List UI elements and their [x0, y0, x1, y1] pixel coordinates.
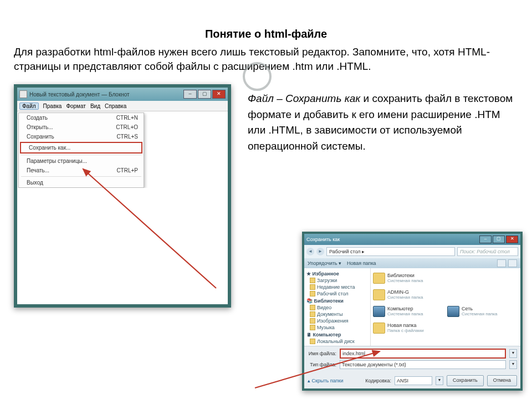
- sidebar-item-desktop[interactable]: Рабочий стол: [305, 290, 369, 297]
- dialog-minimize[interactable]: –: [479, 236, 492, 243]
- menu-item-page-setup[interactable]: Параметры страницы...: [19, 156, 144, 166]
- dialog-close[interactable]: ✕: [506, 236, 518, 243]
- dialog-footer: ▴ Скрыть папки Кодировка: ANSI ▼ Сохрани…: [304, 373, 520, 388]
- dialog-maximize[interactable]: ▢: [493, 236, 505, 243]
- encoding-label: Кодировка:: [365, 378, 391, 383]
- notepad-icon: [19, 90, 27, 98]
- sidebar-item-video[interactable]: Видео: [305, 304, 369, 311]
- save-as-dialog: Сохранить как – ▢ ✕ ◄ ► Рабочий стол ▸ П…: [302, 232, 523, 391]
- sidebar-item-localdisk[interactable]: Локальный диск: [305, 338, 369, 345]
- sidebar-item-images[interactable]: Изображения: [305, 318, 369, 324]
- menu-file[interactable]: Файл: [19, 103, 39, 110]
- sidebar-item-music[interactable]: Музыка: [305, 324, 369, 331]
- save-button[interactable]: Сохранить: [447, 375, 484, 386]
- new-folder-button[interactable]: Новая папка: [347, 260, 376, 266]
- list-item[interactable]: СетьСистемная папка: [447, 304, 518, 319]
- filetype-input[interactable]: Текстовые документы (*.txt): [340, 360, 506, 369]
- dialog-titlebar: Сохранить как – ▢ ✕: [304, 234, 520, 245]
- filename-input[interactable]: index.html: [340, 349, 506, 359]
- menu-item-save-as[interactable]: Сохранить как...: [20, 142, 142, 154]
- list-item[interactable]: КомпьютерСистемная папка: [373, 304, 444, 319]
- help-icon[interactable]: [508, 259, 517, 267]
- path-field[interactable]: Рабочий стол ▸: [326, 247, 455, 256]
- search-field[interactable]: Поиск: Рабочий стол: [457, 247, 518, 256]
- menu-separator: [21, 176, 141, 177]
- intro-text: Для разработки html-файлов нужен всего л…: [14, 45, 518, 73]
- minimize-button[interactable]: –: [183, 90, 197, 99]
- encoding-select[interactable]: ANSI: [395, 376, 432, 385]
- filename-dropdown-icon[interactable]: ▼: [509, 349, 517, 358]
- instruction-text: Файл – Сохранить как и сохранить файл в …: [248, 84, 518, 154]
- file-dropdown: СоздатьCTRL+N Открыть...CTRL+O Сохранить…: [18, 112, 144, 188]
- menu-item-open[interactable]: Открыть...CTRL+O: [19, 122, 144, 132]
- menu-edit[interactable]: Правка: [43, 103, 62, 109]
- dialog-title: Сохранить как: [306, 237, 340, 242]
- list-item[interactable]: БиблиотекиСистемная папка: [373, 270, 444, 286]
- menu-separator: [21, 155, 141, 155]
- sidebar-item-recent[interactable]: Недавние места: [305, 284, 369, 290]
- menu-help[interactable]: Справка: [105, 103, 126, 109]
- filetype-dropdown-icon[interactable]: ▼: [509, 360, 517, 369]
- menu-format[interactable]: Формат: [66, 103, 86, 109]
- hide-folders-link[interactable]: ▴ Скрыть папки: [308, 378, 343, 383]
- notepad-menubar: Файл Правка Формат Вид Справка: [17, 101, 228, 111]
- organize-button[interactable]: Упорядочить ▾: [308, 260, 341, 266]
- filename-label: Имя файла:: [308, 351, 336, 356]
- menu-item-print[interactable]: Печать...CTRL+P: [19, 166, 144, 175]
- menu-item-new[interactable]: СоздатьCTRL+N: [19, 113, 144, 122]
- dialog-sidebar: ★ Избранное Загрузки Недавние места Рабо…: [304, 268, 371, 346]
- maximize-button[interactable]: ▢: [198, 90, 211, 99]
- dialog-bottom: Имя файла: index.html ▼ Тип файла: Текст…: [304, 346, 520, 373]
- dialog-navbar: ◄ ► Рабочий стол ▸ Поиск: Рабочий стол: [304, 245, 520, 258]
- notepad-body: [17, 188, 228, 304]
- close-button[interactable]: ✕: [212, 90, 226, 99]
- notepad-title: Новый текстовый документ — Блокнот: [29, 91, 130, 98]
- view-icon[interactable]: [497, 259, 506, 267]
- sidebar-group-favorites: ★ Избранное: [306, 271, 369, 277]
- list-item[interactable]: ADMIN-GСистемная папка: [373, 287, 444, 303]
- notepad-titlebar: Новый текстовый документ — Блокнот – ▢ ✕: [17, 88, 228, 101]
- back-icon[interactable]: ◄: [306, 248, 314, 255]
- forward-icon[interactable]: ►: [316, 248, 324, 255]
- dialog-file-list: БиблиотекиСистемная папка ADMIN-GСистемн…: [371, 268, 520, 346]
- dialog-toolbar: Упорядочить ▾ Новая папка: [304, 258, 520, 268]
- menu-view[interactable]: Вид: [90, 103, 100, 109]
- list-item[interactable]: Новая папкаПапка с файлами: [373, 320, 444, 336]
- encoding-dropdown-icon[interactable]: ▼: [436, 376, 443, 385]
- filetype-label: Тип файла:: [308, 362, 336, 367]
- page-title: Понятие о html-файле: [14, 28, 518, 40]
- sidebar-group-libraries: 📚 Библиотеки: [306, 298, 369, 304]
- menu-item-save[interactable]: СохранитьCTRL+S: [19, 132, 144, 141]
- sidebar-item-downloads[interactable]: Загрузки: [305, 277, 369, 284]
- notepad-window: Новый текстовый документ — Блокнот – ▢ ✕…: [14, 84, 231, 308]
- menu-item-exit[interactable]: Выход: [19, 178, 144, 187]
- sidebar-group-computer: 🖥 Компьютер: [306, 332, 369, 337]
- cancel-button[interactable]: Отмена: [487, 375, 517, 386]
- sidebar-item-docs[interactable]: Документы: [305, 311, 369, 318]
